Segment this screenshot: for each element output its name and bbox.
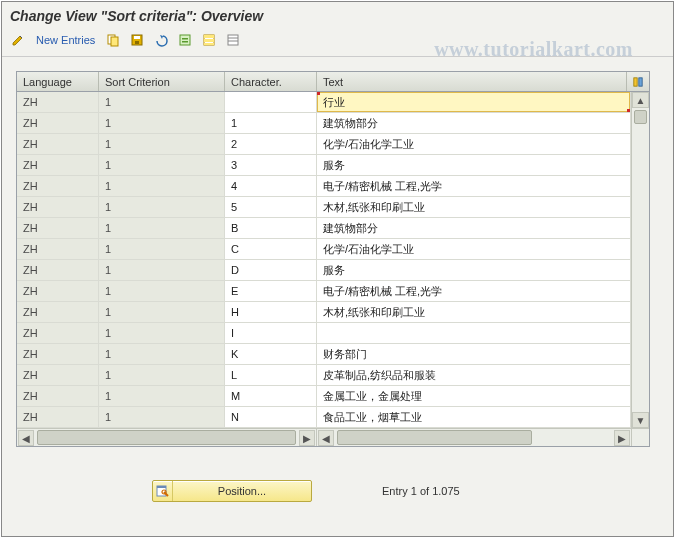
svg-rect-11 — [204, 43, 214, 45]
cell-sort-criterion: 1 — [99, 365, 225, 385]
cell-character[interactable]: K — [225, 344, 317, 364]
vertical-scroll-thumb[interactable] — [634, 110, 647, 124]
cell-text[interactable]: 服务 — [317, 260, 631, 280]
undo-icon[interactable] — [151, 30, 171, 50]
hscroll-right-icon[interactable]: ▶ — [299, 430, 315, 446]
cell-language: ZH — [17, 344, 99, 364]
table-row[interactable]: ZH12化学/石油化学工业 — [17, 134, 631, 155]
cell-text[interactable]: 化学/石油化学工业 — [317, 134, 631, 154]
entry-count-text: Entry 1 of 1.075 — [382, 485, 460, 497]
cell-text[interactable]: 电子/精密机械 工程,光学 — [317, 176, 631, 196]
cell-text[interactable]: 建筑物部分 — [317, 218, 631, 238]
col-header-text[interactable]: Text — [317, 72, 627, 91]
cell-language: ZH — [17, 176, 99, 196]
svg-rect-7 — [182, 41, 188, 43]
change-icon[interactable] — [8, 30, 28, 50]
cell-text[interactable] — [317, 323, 631, 343]
position-icon — [153, 481, 173, 501]
table-row[interactable]: ZH15木材,纸张和印刷工业 — [17, 197, 631, 218]
cell-language: ZH — [17, 323, 99, 343]
cell-sort-criterion: 1 — [99, 302, 225, 322]
cell-sort-criterion: 1 — [99, 239, 225, 259]
table-row[interactable]: ZH1L皮革制品,纺织品和服装 — [17, 365, 631, 386]
cell-character[interactable]: 3 — [225, 155, 317, 175]
table-row[interactable]: ZH1N食品工业，烟草工业 — [17, 407, 631, 428]
cell-sort-criterion: 1 — [99, 281, 225, 301]
copy-icon[interactable] — [103, 30, 123, 50]
col-header-sort-criterion[interactable]: Sort Criterion — [99, 72, 225, 91]
table-row[interactable]: ZH1M金属工业，金属处理 — [17, 386, 631, 407]
cell-character[interactable] — [225, 92, 317, 112]
cell-character[interactable]: 2 — [225, 134, 317, 154]
col-header-character[interactable]: Character. — [225, 72, 317, 91]
data-table: Language Sort Criterion Character. Text … — [16, 71, 650, 447]
cell-text[interactable]: 木材,纸张和印刷工业 — [317, 302, 631, 322]
col-header-language[interactable]: Language — [17, 72, 99, 91]
cell-language: ZH — [17, 407, 99, 427]
cell-text[interactable]: 食品工业，烟草工业 — [317, 407, 631, 427]
cell-language: ZH — [17, 302, 99, 322]
svg-rect-9 — [204, 35, 214, 38]
cell-character[interactable]: B — [225, 218, 317, 238]
cell-text[interactable]: 服务 — [317, 155, 631, 175]
deselect-all-icon[interactable] — [223, 30, 243, 50]
scroll-down-icon[interactable]: ▼ — [632, 412, 649, 428]
cell-text[interactable]: 皮革制品,纺织品和服装 — [317, 365, 631, 385]
cell-text[interactable]: 财务部门 — [317, 344, 631, 364]
cell-character[interactable]: L — [225, 365, 317, 385]
new-entries-button[interactable]: New Entries — [32, 34, 99, 46]
hscroll-thumb-left[interactable] — [37, 430, 296, 445]
cell-character[interactable]: D — [225, 260, 317, 280]
table-row[interactable]: ZH1K财务部门 — [17, 344, 631, 365]
vertical-scrollbar[interactable]: ▲ ▼ — [631, 92, 649, 428]
scroll-up-icon[interactable]: ▲ — [632, 92, 649, 108]
cell-character[interactable]: M — [225, 386, 317, 406]
cell-text[interactable]: 电子/精密机械 工程,光学 — [317, 281, 631, 301]
cell-sort-criterion: 1 — [99, 134, 225, 154]
position-button[interactable]: Position... — [152, 480, 312, 502]
svg-rect-18 — [157, 486, 166, 488]
cell-character[interactable]: I — [225, 323, 317, 343]
table-row[interactable]: ZH14电子/精密机械 工程,光学 — [17, 176, 631, 197]
horizontal-scrollbar: ◀ ▶ ◀ ▶ — [17, 428, 649, 446]
cell-character[interactable]: H — [225, 302, 317, 322]
svg-rect-5 — [180, 35, 190, 45]
cell-sort-criterion: 1 — [99, 344, 225, 364]
hscroll-left-icon-2[interactable]: ◀ — [318, 430, 334, 446]
cell-character[interactable]: 1 — [225, 113, 317, 133]
table-row[interactable]: ZH1H木材,纸张和印刷工业 — [17, 302, 631, 323]
svg-rect-12 — [228, 35, 238, 45]
cell-character[interactable]: C — [225, 239, 317, 259]
save-icon[interactable] — [127, 30, 147, 50]
cell-character[interactable]: N — [225, 407, 317, 427]
cell-language: ZH — [17, 113, 99, 133]
cell-text[interactable]: 行业 — [317, 92, 631, 112]
table-config-icon[interactable] — [627, 72, 649, 91]
table-row[interactable]: ZH1行业 — [17, 92, 631, 113]
table-row[interactable]: ZH1C化学/石油化学工业 — [17, 239, 631, 260]
table-row[interactable]: ZH1E电子/精密机械 工程,光学 — [17, 281, 631, 302]
hscroll-left-icon[interactable]: ◀ — [18, 430, 34, 446]
delimit-icon[interactable] — [175, 30, 195, 50]
svg-rect-10 — [204, 39, 214, 42]
hscroll-right-icon-2[interactable]: ▶ — [614, 430, 630, 446]
table-row[interactable]: ZH1I — [17, 323, 631, 344]
cell-text[interactable]: 建筑物部分 — [317, 113, 631, 133]
hscroll-thumb-right[interactable] — [337, 430, 532, 445]
cell-text[interactable]: 化学/石油化学工业 — [317, 239, 631, 259]
table-row[interactable]: ZH1D服务 — [17, 260, 631, 281]
table-row[interactable]: ZH1B建筑物部分 — [17, 218, 631, 239]
cell-character[interactable]: 5 — [225, 197, 317, 217]
table-header: Language Sort Criterion Character. Text — [17, 72, 649, 92]
cell-text[interactable]: 金属工业，金属处理 — [317, 386, 631, 406]
cell-text[interactable]: 木材,纸张和印刷工业 — [317, 197, 631, 217]
table-row[interactable]: ZH11建筑物部分 — [17, 113, 631, 134]
cell-character[interactable]: E — [225, 281, 317, 301]
toolbar: New Entries — [2, 28, 673, 57]
cell-language: ZH — [17, 281, 99, 301]
select-all-icon[interactable] — [199, 30, 219, 50]
table-row[interactable]: ZH13服务 — [17, 155, 631, 176]
cell-language: ZH — [17, 92, 99, 112]
cell-character[interactable]: 4 — [225, 176, 317, 196]
cell-language: ZH — [17, 386, 99, 406]
